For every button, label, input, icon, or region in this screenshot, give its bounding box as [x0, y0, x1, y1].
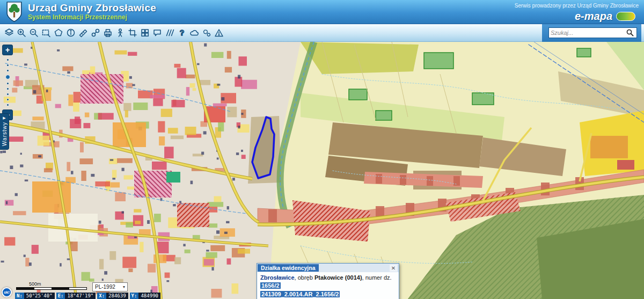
parcel-sep2: , numer dz.: [362, 274, 392, 281]
select-area-icon[interactable]: [40, 26, 52, 40]
parcel-commune: Zbrosławice: [260, 274, 295, 281]
coord-n-label: N:: [15, 293, 24, 299]
coat-of-arms-logo: [5, 1, 23, 23]
zoom-level-dot[interactable]: [6, 59, 9, 61]
parcel-identifier-row: 241309_2.0014.AR_2.1656/2: [260, 290, 396, 298]
help-icon[interactable]: ?: [175, 26, 188, 40]
toolbar-search-area: [542, 24, 641, 42]
coord-e-value: 18°47'19": [65, 293, 96, 299]
parcel-sep1: , obręb: [295, 274, 314, 281]
zoom-control: + −: [2, 45, 13, 120]
coord-x-value: 284639: [106, 293, 128, 299]
scale-bar-segments: [16, 287, 87, 290]
header: Urząd Gminy Zbrosławice System Informacj…: [0, 0, 644, 24]
zoom-level-current[interactable]: [5, 75, 10, 79]
link-icon[interactable]: [89, 26, 101, 40]
coord-y: Y: 484990: [130, 293, 160, 299]
popup-title: Działka ewidencyjna: [258, 264, 319, 272]
zoom-slider[interactable]: [5, 55, 10, 110]
service-note: Serwis prowadzony przez Urząd Gminy Zbro…: [515, 3, 639, 9]
info-icon[interactable]: [64, 26, 77, 40]
projection-select[interactable]: PL-1992 ▾: [92, 282, 128, 291]
coord-n-value: 50°25'40": [24, 293, 55, 299]
street-view-icon[interactable]: [114, 26, 126, 40]
page-title: Urząd Gminy Zbrosławice: [28, 2, 156, 14]
zoom-level-dot[interactable]: [6, 82, 9, 85]
zoom-in-button[interactable]: +: [2, 45, 13, 55]
close-icon[interactable]: ✕: [390, 265, 397, 272]
parcel-description: Zbrosławice, obręb Ptakowice (0014), num…: [260, 274, 396, 290]
coordinate-readout: N: 50°25'40" E: 18°47'19" X: 284639 Y: 4…: [15, 293, 160, 299]
coord-x-label: X:: [97, 293, 106, 299]
coord-y-value: 484990: [138, 293, 160, 299]
print-icon[interactable]: [101, 26, 114, 40]
coord-n: N: 50°25'40": [15, 293, 55, 299]
layers-tab-label: Warstwy: [2, 122, 8, 146]
layers-panel-tab[interactable]: ▶ Warstwy: [0, 113, 9, 150]
coord-e: E: 18°47'19": [56, 293, 96, 299]
scale-bar: 500m: [16, 281, 87, 290]
zoom-level-dot[interactable]: [6, 87, 9, 90]
page-subtitle: System Informacji Przestrzennej: [28, 14, 156, 21]
search-input[interactable]: [551, 30, 625, 36]
selected-parcel-outline: [252, 117, 274, 178]
popup-body: Zbrosławice, obręb Ptakowice (0014), num…: [257, 272, 399, 299]
projection-value: PL-1992: [95, 284, 115, 290]
hatch-icon[interactable]: [163, 26, 175, 40]
select-polygon-icon[interactable]: [52, 26, 64, 40]
layers-icon[interactable]: [3, 26, 15, 40]
zoom-out-icon[interactable]: [27, 26, 40, 40]
coord-x: X: 284639: [97, 293, 128, 299]
parcel-obreb: Ptakowice (0014): [314, 274, 362, 281]
tiles-icon[interactable]: [138, 26, 151, 40]
ok-logo[interactable]: ok!: [2, 287, 12, 297]
chevron-down-icon: ▾: [123, 285, 125, 289]
crop-icon[interactable]: [126, 26, 138, 40]
settings-icon[interactable]: [200, 26, 213, 40]
site-titles: Urząd Gminy Zbrosławice System Informacj…: [28, 2, 156, 21]
map-canvas[interactable]: + − ▶ Warstwy 500m PL-1992 ▾ N: 50°25'40…: [0, 42, 644, 299]
svg-text:?: ?: [179, 28, 184, 37]
roadworks-icon[interactable]: [213, 26, 225, 40]
zoom-in-icon[interactable]: [15, 26, 27, 40]
parcel-number: 1656/2: [260, 282, 281, 289]
scale-label: 500m: [29, 281, 87, 287]
zoom-level-dot[interactable]: [6, 104, 9, 106]
zoom-level-dot[interactable]: [6, 64, 9, 67]
search-icon[interactable]: [625, 28, 635, 38]
cloud-icon[interactable]: [188, 26, 200, 40]
geoportal-badge-icon[interactable]: [616, 12, 635, 21]
popup-titlebar: Działka ewidencyjna ✕: [257, 264, 399, 272]
emapa-brand[interactable]: e-mapa: [575, 10, 612, 23]
search-box: [548, 27, 637, 38]
parcel-identifier: 241309_2.0014.AR_2.1656/2: [260, 291, 340, 297]
chevron-right-icon: ▶: [3, 116, 5, 120]
header-right: Serwis prowadzony przez Urząd Gminy Zbro…: [515, 1, 639, 23]
toolbar: ?: [0, 24, 644, 42]
coord-y-label: Y:: [130, 293, 139, 299]
map-image: [0, 42, 644, 299]
parcel-info-popup: Działka ewidencyjna ✕ Zbrosławice, obręb…: [257, 263, 399, 299]
zoom-level-dot[interactable]: [6, 93, 9, 96]
zoom-level-dot[interactable]: [6, 98, 9, 101]
measure-icon[interactable]: [77, 26, 89, 40]
comment-icon[interactable]: [151, 26, 163, 40]
zoom-level-dot[interactable]: [6, 69, 9, 72]
coord-e-label: E:: [56, 293, 65, 299]
